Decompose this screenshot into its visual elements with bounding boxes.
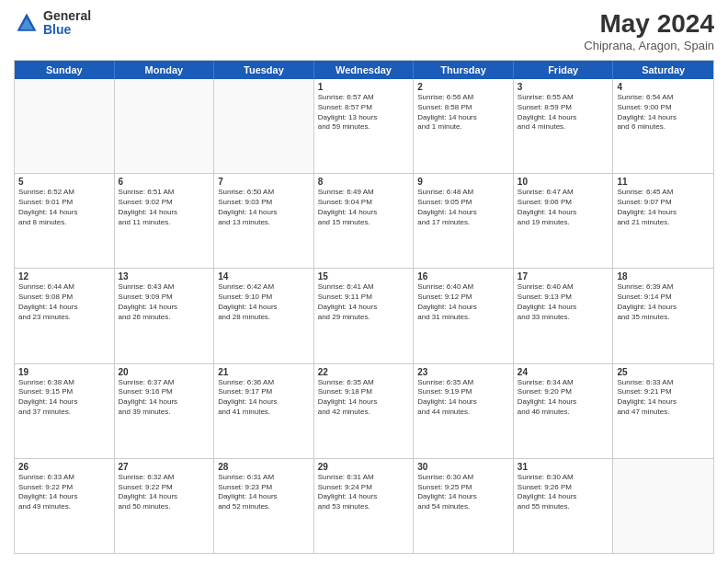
day-number: 28 <box>218 462 310 472</box>
table-row: 7Sunrise: 6:50 AMSunset: 9:03 PMDaylight… <box>214 174 314 268</box>
cell-info: Sunrise: 6:31 AMSunset: 9:24 PMDaylight:… <box>318 473 410 512</box>
cell-info: Sunrise: 6:49 AMSunset: 9:04 PMDaylight:… <box>318 188 410 227</box>
table-row: 20Sunrise: 6:37 AMSunset: 9:16 PMDayligh… <box>115 364 215 458</box>
day-number: 19 <box>18 367 110 377</box>
cell-info: Sunrise: 6:44 AMSunset: 9:08 PMDaylight:… <box>18 282 110 322</box>
day-number: 22 <box>318 367 410 377</box>
cell-info: Sunrise: 6:50 AMSunset: 9:03 PMDaylight:… <box>218 188 310 227</box>
day-number: 16 <box>417 271 509 282</box>
cell-info: Sunrise: 6:41 AMSunset: 9:11 PMDaylight:… <box>318 282 410 322</box>
header: General Blue May 2024 Chiprana, Aragon, … <box>14 9 714 52</box>
cell-info: Sunrise: 6:45 AMSunset: 9:07 PMDaylight:… <box>617 188 710 227</box>
logo-text: General Blue <box>43 9 91 38</box>
header-monday: Monday <box>115 61 215 79</box>
day-number: 10 <box>518 177 609 187</box>
calendar-body: 1Sunrise: 6:57 AMSunset: 8:57 PMDaylight… <box>15 79 713 553</box>
day-number: 30 <box>417 462 509 472</box>
subtitle: Chiprana, Aragon, Spain <box>584 39 714 52</box>
table-row: 27Sunrise: 6:32 AMSunset: 9:22 PMDayligh… <box>115 459 215 553</box>
cell-info: Sunrise: 6:52 AMSunset: 9:01 PMDaylight:… <box>18 188 110 227</box>
day-number: 20 <box>119 367 210 377</box>
table-row: 9Sunrise: 6:48 AMSunset: 9:05 PMDaylight… <box>414 174 514 268</box>
logo: General Blue <box>14 9 91 38</box>
cell-info: Sunrise: 6:40 AMSunset: 9:13 PMDaylight:… <box>518 282 609 322</box>
table-row <box>214 79 314 173</box>
cell-info: Sunrise: 6:55 AMSunset: 8:59 PMDaylight:… <box>518 93 609 132</box>
day-number: 18 <box>617 271 710 282</box>
day-number: 11 <box>617 177 710 187</box>
day-number: 27 <box>119 462 210 472</box>
day-number: 12 <box>18 271 110 282</box>
cell-info: Sunrise: 6:38 AMSunset: 9:15 PMDaylight:… <box>18 378 110 418</box>
day-number: 15 <box>318 271 410 282</box>
cell-info: Sunrise: 6:31 AMSunset: 9:23 PMDaylight:… <box>218 473 310 512</box>
logo-blue-text: Blue <box>43 23 91 37</box>
table-row: 8Sunrise: 6:49 AMSunset: 9:04 PMDaylight… <box>314 174 415 268</box>
table-row: 31Sunrise: 6:30 AMSunset: 9:26 PMDayligh… <box>514 459 614 553</box>
header-wednesday: Wednesday <box>314 61 415 79</box>
table-row: 26Sunrise: 6:33 AMSunset: 9:22 PMDayligh… <box>15 459 115 553</box>
table-row: 6Sunrise: 6:51 AMSunset: 9:02 PMDaylight… <box>115 174 215 268</box>
day-number: 21 <box>218 367 310 377</box>
table-row: 30Sunrise: 6:30 AMSunset: 9:25 PMDayligh… <box>414 459 514 553</box>
table-row: 5Sunrise: 6:52 AMSunset: 9:01 PMDaylight… <box>15 174 115 268</box>
week-row-1: 5Sunrise: 6:52 AMSunset: 9:01 PMDaylight… <box>15 174 713 269</box>
table-row: 2Sunrise: 6:56 AMSunset: 8:58 PMDaylight… <box>414 79 514 173</box>
table-row: 21Sunrise: 6:36 AMSunset: 9:17 PMDayligh… <box>214 364 314 458</box>
table-row: 28Sunrise: 6:31 AMSunset: 9:23 PMDayligh… <box>214 459 314 553</box>
cell-info: Sunrise: 6:42 AMSunset: 9:10 PMDaylight:… <box>218 282 310 322</box>
cell-info: Sunrise: 6:47 AMSunset: 9:06 PMDaylight:… <box>518 188 609 227</box>
table-row: 13Sunrise: 6:43 AMSunset: 9:09 PMDayligh… <box>115 269 215 362</box>
day-number: 6 <box>119 177 210 187</box>
cell-info: Sunrise: 6:30 AMSunset: 9:25 PMDaylight:… <box>417 473 509 512</box>
day-number: 13 <box>119 271 210 282</box>
day-number: 4 <box>617 82 710 92</box>
title-block: May 2024 Chiprana, Aragon, Spain <box>584 9 714 52</box>
day-number: 23 <box>417 367 509 377</box>
table-row <box>15 79 115 173</box>
logo-general-text: General <box>43 9 91 23</box>
cell-info: Sunrise: 6:33 AMSunset: 9:22 PMDaylight:… <box>18 473 110 512</box>
day-number: 24 <box>518 367 609 377</box>
table-row <box>115 79 215 173</box>
week-row-3: 19Sunrise: 6:38 AMSunset: 9:15 PMDayligh… <box>15 364 713 459</box>
cell-info: Sunrise: 6:43 AMSunset: 9:09 PMDaylight:… <box>119 282 210 322</box>
cell-info: Sunrise: 6:51 AMSunset: 9:02 PMDaylight:… <box>119 188 210 227</box>
header-thursday: Thursday <box>414 61 514 79</box>
main-title: May 2024 <box>584 9 714 39</box>
logo-icon <box>14 10 40 36</box>
day-number: 1 <box>318 82 410 92</box>
day-number: 29 <box>318 462 410 472</box>
table-row: 16Sunrise: 6:40 AMSunset: 9:12 PMDayligh… <box>414 269 514 362</box>
table-row: 10Sunrise: 6:47 AMSunset: 9:06 PMDayligh… <box>514 174 614 268</box>
header-friday: Friday <box>514 61 614 79</box>
day-number: 25 <box>617 367 710 377</box>
table-row: 4Sunrise: 6:54 AMSunset: 9:00 PMDaylight… <box>613 79 713 173</box>
table-row: 24Sunrise: 6:34 AMSunset: 9:20 PMDayligh… <box>514 364 614 458</box>
cell-info: Sunrise: 6:30 AMSunset: 9:26 PMDaylight:… <box>518 473 609 512</box>
table-row: 3Sunrise: 6:55 AMSunset: 8:59 PMDaylight… <box>514 79 614 173</box>
table-row: 29Sunrise: 6:31 AMSunset: 9:24 PMDayligh… <box>314 459 415 553</box>
table-row: 23Sunrise: 6:35 AMSunset: 9:19 PMDayligh… <box>414 364 514 458</box>
cell-info: Sunrise: 6:40 AMSunset: 9:12 PMDaylight:… <box>417 282 509 322</box>
header-tuesday: Tuesday <box>214 61 314 79</box>
cell-info: Sunrise: 6:54 AMSunset: 9:00 PMDaylight:… <box>617 93 710 132</box>
day-number: 31 <box>518 462 609 472</box>
week-row-4: 26Sunrise: 6:33 AMSunset: 9:22 PMDayligh… <box>15 459 713 553</box>
day-number: 9 <box>417 177 509 187</box>
table-row: 22Sunrise: 6:35 AMSunset: 9:18 PMDayligh… <box>314 364 415 458</box>
day-number: 17 <box>518 271 609 282</box>
cell-info: Sunrise: 6:57 AMSunset: 8:57 PMDaylight:… <box>318 93 410 132</box>
day-number: 26 <box>18 462 110 472</box>
table-row: 14Sunrise: 6:42 AMSunset: 9:10 PMDayligh… <box>214 269 314 362</box>
cell-info: Sunrise: 6:35 AMSunset: 9:19 PMDaylight:… <box>417 378 509 418</box>
table-row: 12Sunrise: 6:44 AMSunset: 9:08 PMDayligh… <box>15 269 115 362</box>
day-number: 5 <box>18 177 110 187</box>
calendar: Sunday Monday Tuesday Wednesday Thursday… <box>14 60 714 554</box>
day-number: 2 <box>417 82 509 92</box>
header-sunday: Sunday <box>15 61 115 79</box>
cell-info: Sunrise: 6:56 AMSunset: 8:58 PMDaylight:… <box>417 93 509 132</box>
week-row-2: 12Sunrise: 6:44 AMSunset: 9:08 PMDayligh… <box>15 269 713 363</box>
day-number: 14 <box>218 271 310 282</box>
table-row: 15Sunrise: 6:41 AMSunset: 9:11 PMDayligh… <box>314 269 415 362</box>
